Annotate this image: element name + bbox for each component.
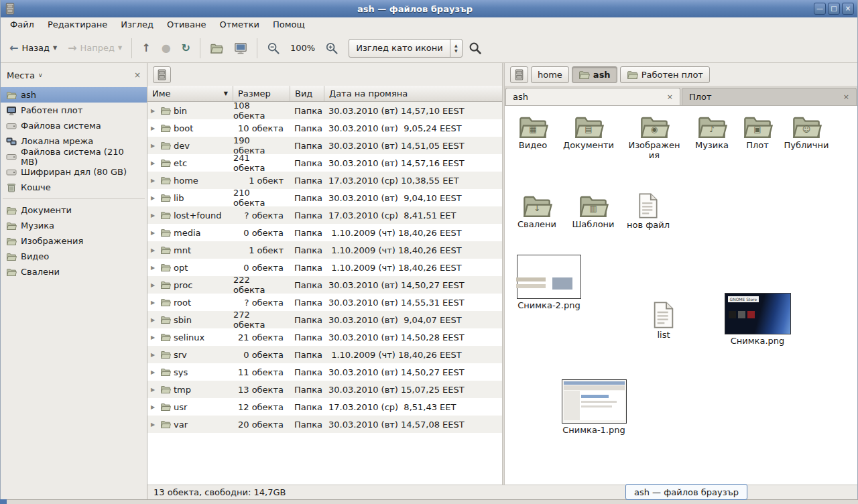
file-row-var[interactable]: ▶var20 обектаПапка30.03.2010 (вт) 14,57,… [147, 416, 502, 433]
sidebar-item-ash[interactable]: ash [1, 87, 147, 103]
zoom-in-button[interactable] [320, 38, 343, 59]
expander-icon[interactable]: ▶ [151, 422, 158, 428]
sidebar-item-filesystem[interactable]: Файлова система [1, 118, 147, 133]
maximize-button[interactable]: □ [828, 3, 840, 15]
expander-icon[interactable]: ▶ [151, 212, 158, 218]
tab-close-icon[interactable]: × [667, 92, 673, 101]
sidebar-item-desktop[interactable]: Работен плот [1, 103, 147, 118]
file-row-sbin[interactable]: ▶sbin272 обектаПапка30.03.2010 (вт) 9,04… [147, 311, 502, 328]
sidebar-item-filesystem-210mb[interactable]: Файлова система (210 MB) [1, 149, 147, 164]
forward-button[interactable]: → Напред ▼ [63, 39, 127, 58]
tab-ash[interactable]: ash× [505, 88, 680, 105]
reload-button[interactable]: ↻ [177, 39, 195, 58]
expander-icon[interactable]: ▶ [151, 108, 158, 114]
expander-icon[interactable]: ▶ [151, 247, 158, 253]
expander-icon[interactable]: ▶ [151, 178, 158, 184]
sidebar-item-trash[interactable]: Кошче [1, 180, 147, 195]
menu-go[interactable]: Отиване [160, 17, 212, 34]
expander-icon[interactable]: ▶ [151, 300, 158, 306]
zoom-out-button[interactable] [262, 38, 285, 59]
expander-icon[interactable]: ▶ [151, 230, 158, 236]
computer-button[interactable] [229, 38, 252, 59]
file-row-opt[interactable]: ▶opt0 обектаПапка 1.10.2009 (чт) 18,40,2… [147, 259, 502, 276]
icon-plot[interactable]: ▣Плот [729, 117, 786, 151]
file-row-dev[interactable]: ▶dev190 обектаПапка30.03.2010 (вт) 14,51… [147, 137, 502, 154]
titlebar[interactable]: ash — файлов браузър — □ × [1, 0, 857, 17]
icon-pictures[interactable]: ◉Изображения [626, 117, 682, 161]
file-row-usr[interactable]: ▶usr12 обектаПапка17.03.2010 (ср) 8,51,4… [147, 398, 502, 416]
path-button-ash[interactable]: ash [572, 66, 617, 83]
home-button[interactable] [205, 38, 228, 59]
expander-icon[interactable]: ▶ [151, 404, 158, 410]
icon-video[interactable]: ▦Видео [505, 117, 561, 151]
file-row-media[interactable]: ▶media0 обектаПапка 1.10.2009 (чт) 18,40… [147, 224, 502, 241]
expander-icon[interactable]: ▶ [151, 195, 158, 201]
path-button-desktop[interactable]: Работен плот [620, 66, 710, 83]
icon-downloads[interactable]: ↓Свалени [509, 196, 565, 230]
expander-icon[interactable]: ▶ [151, 387, 158, 393]
expander-icon[interactable]: ▶ [151, 143, 158, 149]
icon-snimka-png[interactable]: GNOME Store Снимка.png [724, 293, 791, 346]
taskbar-item[interactable] [0, 499, 7, 504]
back-button[interactable]: ← Назад ▼ [5, 39, 62, 58]
expander-icon[interactable]: ▶ [151, 265, 158, 271]
file-row-lost-found[interactable]: ▶lost+found? обектаПапка17.03.2010 (ср) … [147, 206, 502, 224]
search-button[interactable] [464, 38, 487, 59]
file-row-srv[interactable]: ▶srv0 обектаПапка 1.10.2009 (чт) 18,40,2… [147, 346, 502, 363]
expander-icon[interactable]: ▶ [151, 160, 158, 166]
sidebar-item-music[interactable]: Музика [1, 218, 147, 233]
sidebar-item-downloads[interactable]: Свалени [1, 264, 147, 279]
expander-icon[interactable]: ▶ [151, 334, 158, 340]
file-row-home[interactable]: ▶home1 обектПапка17.03.2010 (ср) 10,38,5… [147, 172, 502, 189]
chevron-down-icon[interactable]: ∨ [38, 72, 43, 78]
expander-icon[interactable]: ▶ [151, 317, 158, 323]
tab-close-icon[interactable]: × [843, 92, 849, 101]
menu-file[interactable]: Файл [3, 17, 41, 34]
path-button-root[interactable] [510, 66, 528, 83]
icon-snimka-2-png[interactable]: GUADEC Снимка-2.png [515, 255, 583, 311]
close-button[interactable]: × [842, 3, 854, 15]
menu-edit[interactable]: Редактиране [41, 17, 114, 34]
file-row-proc[interactable]: ▶proc222 обектаПапка30.03.2010 (вт) 14,5… [147, 276, 502, 294]
icon-documents[interactable]: ▤Документи [560, 117, 617, 151]
column-header-type[interactable]: Вид [290, 86, 324, 101]
file-row-selinux[interactable]: ▶selinux21 обектаПапка30.03.2010 (вт) 14… [147, 328, 502, 346]
expander-icon[interactable]: ▶ [151, 352, 158, 358]
file-row-tmp[interactable]: ▶tmp13 обектаПапка30.03.2010 (вт) 15,07,… [147, 381, 502, 398]
sidebar-item-encrypted-80gb[interactable]: Шифриран дял (80 GB) [1, 164, 147, 180]
up-button[interactable]: ↑ [137, 39, 155, 58]
file-row-lib[interactable]: ▶lib210 обектаПапка30.03.2010 (вт) 9,04,… [147, 189, 502, 206]
sidebar-item-pictures[interactable]: Изображения [1, 233, 147, 249]
expander-icon[interactable]: ▶ [151, 125, 158, 131]
minimize-button[interactable]: — [814, 3, 826, 15]
back-dropdown-icon[interactable]: ▼ [53, 45, 57, 51]
icon-list-file[interactable]: list [635, 302, 692, 340]
column-header-date[interactable]: Дата на промяна [324, 86, 502, 101]
sidebar-title[interactable]: Места [7, 70, 35, 80]
file-row-boot[interactable]: ▶boot10 обектаПапка30.03.2010 (вт) 9,05,… [147, 119, 502, 137]
sidebar-item-documents[interactable]: Документи [1, 202, 147, 218]
icon-snimka-1-png[interactable]: Снимка-1.png [560, 379, 627, 436]
stop-button[interactable]: ● [157, 39, 176, 58]
file-row-mnt[interactable]: ▶mnt1 обектПапка 1.10.2009 (чт) 18,40,26… [147, 241, 502, 259]
menu-help[interactable]: Помощ [266, 17, 312, 34]
root-path-button[interactable] [153, 66, 171, 83]
menu-view[interactable]: Изглед [114, 17, 160, 34]
icon-public[interactable]: ☺Публични [778, 117, 835, 151]
expander-icon[interactable]: ▶ [151, 369, 158, 375]
sidebar-item-video[interactable]: Видео [1, 249, 147, 264]
column-header-size[interactable]: Размер [233, 86, 290, 101]
file-row-root[interactable]: ▶root? обектаПапка30.03.2010 (вт) 14,55,… [147, 294, 502, 311]
path-button-home[interactable]: home [531, 66, 569, 83]
expander-icon[interactable]: ▶ [151, 282, 158, 288]
view-mode-select[interactable]: Изглед като икони ▲ ▼ [349, 39, 463, 58]
file-row-etc[interactable]: ▶etc241 обектаПапка30.03.2010 (вт) 14,57… [147, 154, 502, 172]
menu-bookmarks[interactable]: Отметки [212, 17, 265, 34]
sidebar-close-icon[interactable]: × [134, 70, 141, 80]
column-header-name[interactable]: Име▼ [147, 86, 233, 101]
file-row-sys[interactable]: ▶sys11 обектаПапка30.03.2010 (вт) 14,50,… [147, 363, 502, 381]
file-row-bin[interactable]: ▶bin108 обектаПапка30.03.2010 (вт) 14,57… [147, 102, 502, 119]
tab-plot[interactable]: Плот× [682, 88, 857, 105]
icon-templates[interactable]: ▥Шаблони [565, 196, 621, 230]
icon-new-file[interactable]: нов файл [620, 193, 676, 231]
